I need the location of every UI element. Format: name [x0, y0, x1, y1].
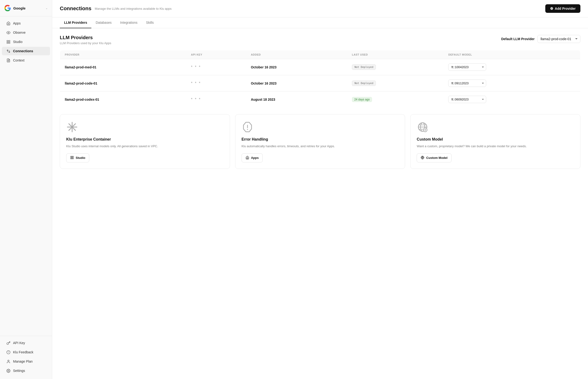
card-custom-desc: Want a custom, proprietary model? We can…: [417, 144, 574, 149]
cell-last-used: Not Deployed: [347, 75, 444, 91]
sidebar-bottom: API Key Klu Feedback Manage Plan Setting…: [0, 336, 52, 379]
sidebar-label-api-key: API Key: [13, 341, 25, 345]
svg-rect-17: [72, 158, 73, 159]
svg-point-1: [8, 32, 9, 33]
card-error-handling: Error Handling Klu automatically handles…: [235, 114, 405, 169]
sidebar-item-api-key[interactable]: API Key: [2, 339, 50, 347]
sidebar-label-klu-feedback: Klu Feedback: [13, 350, 33, 354]
apps-btn-icon: [246, 156, 249, 160]
svg-rect-18: [71, 158, 72, 159]
brand-logo[interactable]: Google ⌄: [0, 0, 52, 16]
home-icon: [6, 21, 10, 25]
alert-hex-icon: [241, 121, 254, 133]
sparkle-icon: [66, 121, 78, 133]
plan-icon: [6, 359, 10, 363]
sidebar-item-apps[interactable]: Apps: [2, 19, 50, 28]
card-custom-btn-label: Custom Model: [426, 156, 448, 159]
card-error-btn-label: Apps: [251, 156, 259, 159]
sidebar-label-studio: Studio: [13, 40, 23, 44]
cell-api-key: * * *: [186, 91, 246, 108]
card-enterprise: Klu Enterprise Container Klu Studio uses…: [60, 114, 230, 169]
cell-added: August 18 2023: [246, 91, 347, 108]
cell-provider: llama2-prod-codex-01: [60, 91, 186, 108]
default-llm-group: Default LLM Provider llama2-prod-code-01…: [501, 35, 580, 43]
svg-rect-5: [7, 42, 8, 43]
sidebar-item-context[interactable]: Context: [2, 56, 50, 64]
status-badge: Not Deployed: [352, 80, 376, 86]
svg-rect-2: [7, 40, 8, 42]
sidebar-item-studio[interactable]: Studio: [2, 37, 50, 46]
model-select[interactable]: ft::06092023: [448, 96, 486, 103]
table-row: llama2-prod-code-01 * * * October 16 202…: [60, 75, 580, 91]
tab-integrations[interactable]: Integrations: [116, 17, 142, 28]
cell-added: October 16 2023: [246, 75, 347, 91]
default-llm-select[interactable]: llama2-prod-code-01 llama2-prod-med-01 l…: [537, 35, 580, 43]
page-title: Connections: [60, 5, 91, 12]
globe-settings-icon: [417, 121, 429, 133]
card-custom-button[interactable]: Custom Model: [417, 153, 452, 162]
sidebar-item-settings[interactable]: Settings: [2, 366, 50, 375]
sidebar-item-observe[interactable]: Observe: [2, 28, 50, 37]
svg-rect-16: [72, 156, 73, 157]
svg-point-9: [8, 360, 9, 362]
status-badge: 24 days ago: [352, 97, 372, 102]
sidebar-label-context: Context: [13, 58, 24, 62]
col-api-key: API KEY: [186, 50, 246, 59]
providers-table: PROVIDER API KEY ADDED LAST USED DEFAULT…: [60, 50, 580, 108]
col-last-used: LAST USED: [347, 50, 444, 59]
brand-chevron-icon: ⌄: [45, 7, 48, 10]
table-head: PROVIDER API KEY ADDED LAST USED DEFAULT…: [60, 50, 580, 59]
sidebar-item-klu-feedback[interactable]: Klu Feedback: [2, 348, 50, 356]
col-provider: PROVIDER: [60, 50, 186, 59]
sidebar-item-connections[interactable]: Connections: [2, 47, 50, 55]
section-title: LLM Providers: [60, 35, 111, 40]
context-icon: [6, 58, 10, 63]
cell-default-model[interactable]: ft::09112023: [443, 75, 580, 91]
connections-icon: [6, 49, 10, 53]
tab-skills[interactable]: Skills: [142, 17, 158, 28]
table-header-row: PROVIDER API KEY ADDED LAST USED DEFAULT…: [60, 50, 580, 59]
svg-rect-4: [9, 42, 10, 43]
studio-icon: [6, 40, 10, 44]
card-custom-model: Custom Model Want a custom, proprietary …: [410, 114, 580, 169]
main-content: Connections Manage the LLMs and integrat…: [52, 0, 588, 379]
table-body: llama2-prod-med-01 * * * October 16 2023…: [60, 59, 580, 108]
main-header: Connections Manage the LLMs and integrat…: [52, 0, 588, 17]
observe-icon: [6, 31, 10, 35]
page-subtitle: Manage the LLMs and integrations availab…: [95, 7, 172, 10]
cell-last-used: Not Deployed: [347, 59, 444, 75]
cell-default-model[interactable]: ft::06092023: [443, 91, 580, 108]
sidebar-label-connections: Connections: [13, 49, 33, 53]
settings-icon: [6, 369, 10, 373]
sidebar-label-apps: Apps: [13, 21, 21, 25]
card-error-desc: Klu automatically handles errors, timeou…: [241, 144, 399, 149]
sidebar-nav: Apps Observe Studio Connections: [0, 16, 52, 336]
cell-default-model[interactable]: ft::10042023: [443, 59, 580, 75]
sidebar: Google ⌄ Apps Observe Studio: [0, 0, 52, 379]
add-provider-button[interactable]: ⊕ Add Provider: [545, 4, 580, 13]
model-select[interactable]: ft::10042023: [448, 63, 486, 71]
section-subtitle: LLM Providers used by your Klu Apps: [60, 41, 111, 45]
feedback-icon: [6, 350, 10, 354]
card-custom-title: Custom Model: [417, 137, 574, 142]
card-enterprise-desc: Klu Studio uses internal models only. Al…: [66, 144, 224, 149]
card-error-button[interactable]: Apps: [241, 153, 263, 162]
google-icon: [4, 5, 11, 11]
cell-api-key: * * *: [186, 59, 246, 75]
cell-api-key: * * *: [186, 75, 246, 91]
card-enterprise-button[interactable]: Studio: [66, 153, 89, 162]
studio-btn-icon: [70, 156, 74, 160]
svg-rect-3: [9, 40, 10, 42]
content-area: LLM Providers LLM Providers used by your…: [52, 28, 588, 379]
sidebar-item-manage-plan[interactable]: Manage Plan: [2, 357, 50, 366]
add-provider-label: Add Provider: [555, 7, 576, 10]
model-select[interactable]: ft::09112023: [448, 79, 486, 87]
table-row: llama2-prod-med-01 * * * October 16 2023…: [60, 59, 580, 75]
tab-llm-providers[interactable]: LLM Providers: [60, 17, 91, 28]
cell-provider: llama2-prod-code-01: [60, 75, 186, 91]
tab-databases[interactable]: Databases: [91, 17, 116, 28]
col-default-model: DEFAULT MODEL: [443, 50, 580, 59]
tabs-nav: LLM Providers Databases Integrations Ski…: [52, 17, 588, 28]
status-badge: Not Deployed: [352, 64, 376, 70]
sidebar-label-observe: Observe: [13, 31, 26, 34]
